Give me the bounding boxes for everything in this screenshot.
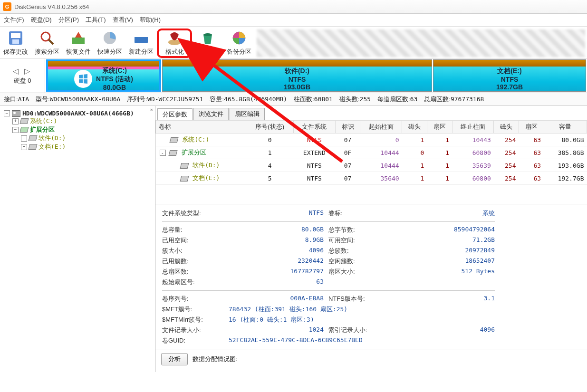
toolbar-search-button[interactable]: 搜索分区 bbox=[31, 27, 63, 58]
detail-key: 已用空间: bbox=[162, 236, 224, 245]
right-pane: 分区参数 浏览文件 扇区编辑 卷标 序号(状态) 文件系统 标识 起始柱面 磁头… bbox=[155, 106, 587, 372]
detail-value: 80.0GB bbox=[229, 226, 324, 234]
partition-icon bbox=[29, 144, 38, 150]
toolbar-search-label: 搜索分区 bbox=[35, 48, 59, 56]
menu-file[interactable]: 文件(F) bbox=[4, 16, 24, 24]
partition-icon bbox=[169, 137, 178, 143]
serial-value: WD-WCC2EJU59751 bbox=[147, 96, 203, 103]
menu-disk[interactable]: 硬盘(D) bbox=[31, 16, 52, 24]
toolbar-format-label: 格式化 bbox=[165, 48, 184, 56]
tree-node-system[interactable]: + 系统(C:) bbox=[12, 117, 153, 125]
expander-icon[interactable]: − bbox=[12, 127, 19, 133]
toolbar-new-partition-button[interactable]: 新建分区 bbox=[125, 27, 157, 58]
detail-value: 167782797 bbox=[229, 268, 324, 276]
partition-box[interactable]: 系统(C:)NTFS (活动)80.0GB bbox=[46, 59, 161, 92]
disk-tree[interactable]: − HD0:WDCWD5000AAKX-08U6A(466GB) + 系统(C:… bbox=[0, 106, 155, 153]
detail-value: 512 Bytes bbox=[400, 268, 495, 276]
table-row[interactable]: - 扩展分区 1 EXTEND 0F 10444 0 1 60800 254 6… bbox=[156, 146, 587, 159]
table-row[interactable]: 文档(E:) 5 NTFS 07 35640 1 1 60800 254 63 … bbox=[156, 172, 587, 185]
detail-key: 总扇区数: bbox=[162, 268, 224, 276]
tree-close-icon[interactable]: × bbox=[150, 107, 153, 113]
partition-box[interactable]: 文档(E:)NTFS192.7GB bbox=[433, 59, 586, 92]
detail-key: 起始扇区号: bbox=[162, 278, 224, 287]
partition-details: 文件系统类型:NTFS 卷标:系统 总容量:80.0GB 总字节数:859047… bbox=[155, 204, 587, 350]
th-fs[interactable]: 文件系统 bbox=[293, 121, 335, 134]
partition-icon bbox=[169, 150, 178, 156]
detail-key: 已用簇数: bbox=[162, 257, 224, 266]
analyze-button[interactable]: 分析 bbox=[161, 353, 188, 365]
recover-icon bbox=[70, 29, 87, 47]
menu-help[interactable]: 帮助(H) bbox=[140, 16, 161, 24]
detail-value: NTFS bbox=[229, 209, 324, 218]
tree-node-extended[interactable]: − 扩展分区 bbox=[12, 125, 153, 134]
th-scyl[interactable]: 起始柱面 bbox=[360, 121, 402, 134]
detail-value: 000A-E8A8 bbox=[229, 295, 324, 303]
disk-nav-arrows[interactable]: ◁ ▷ bbox=[13, 67, 32, 76]
iface-key: 接口: bbox=[4, 96, 18, 103]
detail-value: 52FC82AE-559E-479C-8DEA-6CB9C65E7BED bbox=[229, 336, 495, 345]
svg-rect-2 bbox=[12, 39, 19, 44]
th-ecyl[interactable]: 终止柱面 bbox=[452, 121, 494, 134]
th-ssec[interactable]: 扇区 bbox=[427, 121, 452, 134]
disk-index-label: 硬盘 0 bbox=[14, 76, 31, 85]
spt-key: 每道扇区数: bbox=[377, 96, 410, 103]
disk-tree-pane: × − HD0:WDCWD5000AAKX-08U6A(466GB) + 系统(… bbox=[0, 106, 155, 372]
capacity-key: 容量: bbox=[210, 96, 224, 103]
tab-partition-params[interactable]: 分区参数 bbox=[157, 108, 192, 120]
detail-value: 18652407 bbox=[400, 257, 495, 266]
detail-key: $MFT簇号: bbox=[162, 305, 224, 314]
detail-value: 8.9GB bbox=[229, 236, 324, 245]
th-seq[interactable]: 序号(状态) bbox=[246, 121, 294, 134]
th-size[interactable]: 容量 bbox=[544, 121, 587, 134]
detail-key: 文件系统类型: bbox=[162, 209, 224, 218]
expander-icon[interactable]: + bbox=[21, 144, 27, 150]
th-shead[interactable]: 磁头 bbox=[402, 121, 427, 134]
detail-key: 总字节数: bbox=[328, 226, 395, 234]
expander-icon[interactable]: - bbox=[160, 150, 166, 156]
partition-map: ◁ ▷ 硬盘 0 系统(C:)NTFS (活动)80.0GB 软件(D:)NTF… bbox=[0, 58, 587, 93]
tab-sector-editor[interactable]: 扇区编辑 bbox=[230, 108, 265, 120]
tree-root-node[interactable]: − HD0:WDCWD5000AAKX-08U6A(466GB) bbox=[4, 110, 153, 117]
detail-key: 卷标: bbox=[328, 209, 395, 218]
th-flag[interactable]: 标识 bbox=[335, 121, 360, 134]
partition-table[interactable]: 卷标 序号(状态) 文件系统 标识 起始柱面 磁头 扇区 终止柱面 磁头 扇区 … bbox=[155, 120, 587, 185]
detail-value: 3.1 bbox=[400, 295, 495, 303]
tree-node-software[interactable]: + 软件(D:) bbox=[21, 134, 153, 143]
model-value: WDCWD5000AAKX-08U6A bbox=[50, 96, 121, 103]
toolbar-recover-button[interactable]: 恢复文件 bbox=[63, 27, 94, 58]
table-row[interactable]: 系统(C:) 0 NTFS 07 0 1 1 10443 254 63 80.0… bbox=[156, 134, 587, 146]
svg-rect-5 bbox=[72, 38, 85, 44]
toolbar-backup-partition-label: 备份分区 bbox=[227, 48, 251, 56]
heads-key: 磁头数: bbox=[339, 96, 360, 103]
toolbar-save-label: 保存更改 bbox=[3, 48, 28, 56]
menu-partition[interactable]: 分区(P) bbox=[58, 16, 79, 24]
toolbar-delete-partition-button[interactable]: 删除分区 bbox=[192, 27, 223, 58]
toolbar-quick-partition-button[interactable]: 快速分区 bbox=[94, 27, 125, 58]
menu-tools[interactable]: 工具(T) bbox=[86, 16, 106, 24]
toolbar-save-button[interactable]: 保存更改 bbox=[0, 27, 31, 58]
analyze-bar: 分析 数据分配情况图: bbox=[155, 350, 587, 368]
menu-view[interactable]: 查看(V) bbox=[113, 16, 133, 24]
expander-icon[interactable]: − bbox=[4, 110, 10, 116]
table-row[interactable]: 软件(D:) 4 NTFS 07 10444 1 1 35639 254 63 … bbox=[156, 159, 587, 172]
th-esec[interactable]: 扇区 bbox=[519, 121, 544, 134]
expander-icon[interactable]: + bbox=[12, 118, 19, 124]
tree-node-docs[interactable]: + 文档(E:) bbox=[21, 143, 153, 151]
expander-icon[interactable]: + bbox=[21, 135, 27, 142]
th-label[interactable]: 卷标 bbox=[156, 121, 246, 134]
th-ehead[interactable]: 磁头 bbox=[494, 121, 519, 134]
partition-box[interactable]: 软件(D:)NTFS193.0GB bbox=[162, 59, 432, 92]
detail-key: 文件记录大小: bbox=[162, 326, 224, 335]
partition-icon bbox=[29, 135, 38, 141]
tab-browse-files[interactable]: 浏览文件 bbox=[193, 108, 229, 120]
detail-value: 16 (柱面:0 磁头:1 扇区:3) bbox=[229, 316, 495, 324]
toolbar-backup-partition-button[interactable]: 备份分区 bbox=[223, 27, 255, 58]
disk-nav: ◁ ▷ 硬盘 0 bbox=[0, 58, 45, 93]
detail-value: 63 bbox=[229, 278, 324, 287]
allocation-map-label: 数据分配情况图: bbox=[192, 355, 238, 363]
toolbar-format-button[interactable]: 格式化 bbox=[157, 29, 192, 58]
tree-docs-label: 文档(E:) bbox=[38, 143, 66, 151]
windows-logo-icon bbox=[74, 70, 92, 88]
heads-value: 255 bbox=[360, 96, 371, 103]
tab-strip: 分区参数 浏览文件 扇区编辑 bbox=[155, 106, 587, 120]
